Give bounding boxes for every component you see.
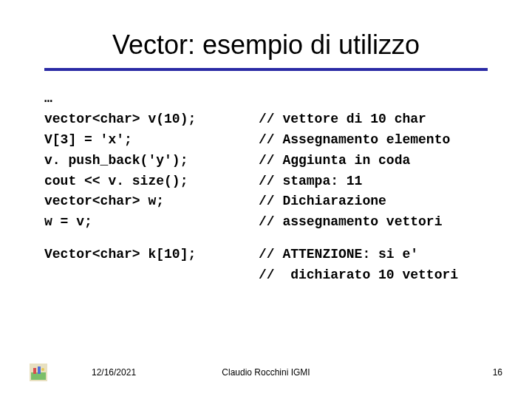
slide-icon xyxy=(30,364,47,381)
slide: Vector: esempio di utilizzo … vector<cha… xyxy=(0,0,532,399)
footer-author: Claudio Rocchini IGMI xyxy=(222,367,310,378)
svg-rect-3 xyxy=(38,366,41,374)
code-left-2: Vector<char> k[10]; xyxy=(44,245,259,286)
footer-date: 12/16/2021 xyxy=(92,367,136,378)
svg-rect-2 xyxy=(33,368,36,374)
title-divider xyxy=(44,68,488,71)
page-title: Vector: esempio di utilizzo xyxy=(44,30,488,61)
footer: 12/16/2021 Claudio Rocchini IGMI 16 xyxy=(0,364,532,381)
svg-point-4 xyxy=(41,368,44,371)
code-block-1: … vector<char> v(10); V[3] = 'x'; v. pus… xyxy=(44,89,488,233)
code-right-1: // vettore di 10 char // Assegnamento el… xyxy=(259,89,488,233)
code-right-2: // ATTENZIONE: si e' // dichiarato 10 ve… xyxy=(259,245,488,286)
code-left-1: … vector<char> v(10); V[3] = 'x'; v. pus… xyxy=(44,89,259,233)
code-block-2: Vector<char> k[10]; // ATTENZIONE: si e'… xyxy=(44,245,488,286)
footer-page: 16 xyxy=(493,367,502,378)
